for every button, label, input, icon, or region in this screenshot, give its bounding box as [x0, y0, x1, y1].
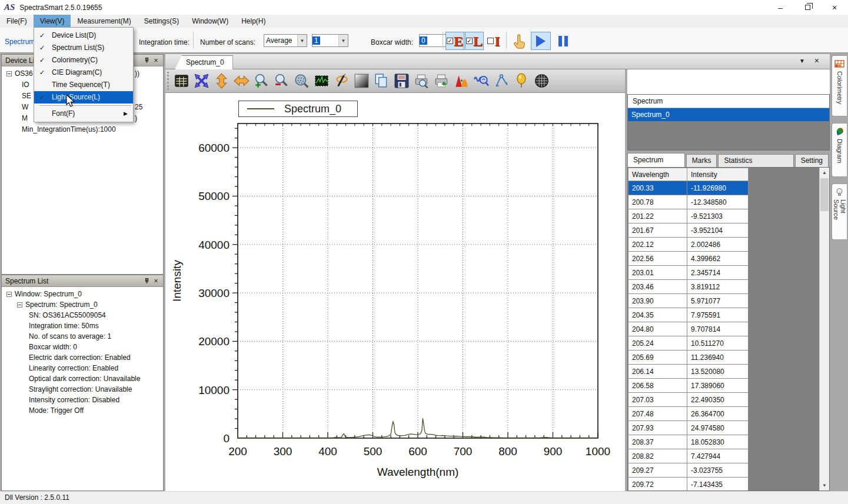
- menu-window[interactable]: Window(W): [185, 15, 235, 28]
- tab-setting[interactable]: Setting: [795, 154, 829, 167]
- table-row[interactable]: 205.2410.511270: [628, 336, 749, 351]
- spectrum-tree-item[interactable]: No. of scans to average: 1: [2, 331, 163, 342]
- chart-plot[interactable]: 2003004005006007008009001000010000200003…: [165, 93, 625, 491]
- table-row[interactable]: 209.27-3.023755: [628, 463, 749, 478]
- spectrum-tree-item[interactable]: Integration time: 50ms: [2, 321, 163, 331]
- menu-item-device-list[interactable]: ✓Device List(D): [34, 29, 133, 42]
- start-acquisition-button[interactable]: [531, 32, 551, 50]
- spectrum-tree-item[interactable]: Spectrum: Spectrum_0: [2, 299, 163, 310]
- menu-file[interactable]: File(F): [0, 15, 34, 28]
- spectrum-tree-item[interactable]: Intensity correction: Disabled: [2, 395, 163, 405]
- single-acquire-button[interactable]: [511, 32, 528, 50]
- pin-icon[interactable]: [142, 56, 151, 65]
- table-row[interactable]: 206.5817.389060: [628, 379, 749, 393]
- menu-view[interactable]: View(V): [34, 15, 71, 28]
- table-scrollbar[interactable]: ▲ ▼: [819, 168, 829, 490]
- pin-icon[interactable]: [142, 276, 151, 286]
- spectrum-list-selected-item[interactable]: Spectrum_0: [628, 108, 829, 121]
- data-table-button[interactable]: [171, 72, 191, 91]
- spectrum-tree-item[interactable]: Mode: Trigger Off: [2, 405, 163, 416]
- close-icon[interactable]: ×: [151, 276, 161, 286]
- spectrum-tree-item[interactable]: Boxcar width: 0: [2, 342, 163, 352]
- table-row[interactable]: 202.564.399662: [628, 252, 749, 266]
- side-tab-diagram[interactable]: Diagram: [832, 123, 847, 177]
- pause-acquisition-button[interactable]: [554, 32, 572, 50]
- table-row[interactable]: 201.67-3.952104: [628, 223, 749, 238]
- save-button[interactable]: [391, 72, 411, 91]
- measure-caliper-button[interactable]: [491, 72, 511, 91]
- restore-button[interactable]: [794, 0, 821, 15]
- menu-item-font[interactable]: Font(F)▶: [34, 108, 133, 120]
- menu-item-colorimetry[interactable]: ✓Colorimetry(C): [34, 54, 133, 66]
- peaks-button[interactable]: [451, 72, 471, 91]
- tab-list-dropdown-icon[interactable]: ▼: [799, 58, 805, 64]
- table-row[interactable]: 203.012.345714: [628, 266, 749, 280]
- scroll-down-icon[interactable]: ▼: [820, 480, 829, 490]
- marker-balloon-button[interactable]: [511, 72, 531, 91]
- spectrum-tree-item[interactable]: SN: OS361AC55009054: [2, 310, 163, 321]
- tree-collapse-icon[interactable]: [6, 292, 12, 297]
- zoom-extents-button[interactable]: [191, 72, 211, 91]
- side-tab-colorimetry[interactable]: Colorimetry: [832, 55, 847, 116]
- table-row[interactable]: 207.9324.974580: [628, 421, 749, 435]
- zoom-in-button[interactable]: [251, 72, 271, 91]
- print-preview-button[interactable]: [411, 72, 431, 91]
- toolbar-grip[interactable]: [167, 72, 169, 90]
- scans-count-combo[interactable]: 1 ▼: [312, 34, 348, 47]
- table-row[interactable]: 207.4826.364700: [628, 407, 749, 421]
- table-row[interactable]: 204.809.707814: [628, 322, 749, 336]
- checkbox-icon[interactable]: [487, 38, 494, 44]
- checkbox-icon[interactable]: ✓: [447, 38, 453, 44]
- column-header-wavelength[interactable]: Wavelength: [628, 168, 687, 181]
- close-icon[interactable]: ×: [151, 56, 161, 65]
- tree-collapse-icon[interactable]: [17, 302, 22, 308]
- menu-item-light-source[interactable]: ✓Light Source(L): [34, 91, 133, 104]
- intensity-toggle-button[interactable]: I: [484, 32, 503, 50]
- tree-collapse-icon[interactable]: [6, 71, 12, 76]
- table-row[interactable]: 201.22-9.521303: [628, 209, 749, 223]
- zoom-region-button[interactable]: [291, 72, 311, 91]
- table-row[interactable]: 209.72-7.143435: [628, 478, 749, 492]
- table-row[interactable]: 203.905.971077: [628, 294, 749, 308]
- scrollbar-thumb[interactable]: [820, 178, 829, 211]
- table-row[interactable]: 208.3718.052830: [628, 435, 749, 449]
- tab-close-icon[interactable]: ×: [814, 56, 819, 65]
- rotate-wand-button[interactable]: [331, 72, 351, 91]
- spectrum-tree-item[interactable]: Optical dark correction: Unavailable: [2, 373, 163, 384]
- zoom-horizontal-button[interactable]: [231, 72, 251, 91]
- zoom-out-button[interactable]: [271, 72, 291, 91]
- menu-settings[interactable]: Settings(S): [138, 15, 185, 28]
- spectrum-tree-item[interactable]: Straylight correction: Unavailable: [2, 384, 163, 395]
- menu-help[interactable]: Help(H): [235, 15, 272, 28]
- copy-button[interactable]: [371, 72, 391, 91]
- chevron-down-icon[interactable]: ▼: [297, 35, 307, 46]
- menu-item-time-sequence[interactable]: Time Sequence(T): [34, 79, 133, 91]
- table-row[interactable]: 204.357.975591: [628, 308, 749, 322]
- wave-search-button[interactable]: [471, 72, 491, 91]
- gradient-button[interactable]: [351, 72, 371, 91]
- grid-globe-button[interactable]: [531, 72, 551, 91]
- zoom-vertical-button[interactable]: [211, 72, 231, 91]
- linearity-toggle-button[interactable]: ✓L: [465, 32, 484, 50]
- checkbox-icon[interactable]: ✓: [466, 38, 473, 44]
- scroll-up-icon[interactable]: ▲: [820, 168, 829, 178]
- toolbar-spectrum-label[interactable]: Spectrum: [5, 38, 35, 46]
- tab-marks[interactable]: Marks: [686, 154, 717, 167]
- menu-measurement[interactable]: Measurement(M): [71, 15, 137, 28]
- table-row[interactable]: 202.122.002486: [628, 238, 749, 252]
- minimize-button[interactable]: –: [767, 0, 794, 15]
- tab-spectrum-data[interactable]: Spectrum Data: [627, 153, 685, 167]
- spectrum-tree-item[interactable]: Electric dark correction: Enabled: [2, 352, 163, 363]
- side-tab-light-source[interactable]: Light Source: [832, 183, 847, 240]
- spectrum-tree-item[interactable]: Linearity correction: Enabled: [2, 363, 163, 373]
- device-tree-item[interactable]: Min_IntegrationTime(us):1000: [2, 124, 163, 135]
- column-header-intensity[interactable]: Intensity: [687, 168, 749, 181]
- scope-display-button[interactable]: [311, 72, 331, 91]
- table-row[interactable]: 205.6911.236940: [628, 351, 749, 365]
- chevron-down-icon[interactable]: ▼: [338, 35, 348, 46]
- close-button[interactable]: ×: [821, 0, 848, 15]
- tab-spectrum-0[interactable]: Spectrum_0: [175, 55, 233, 69]
- table-row[interactable]: 200.33-11.926980: [628, 181, 749, 195]
- tab-statistics-information[interactable]: Statistics Information: [718, 154, 793, 167]
- menu-item-spectrum-list[interactable]: ✓Spectrum List(S): [34, 42, 133, 54]
